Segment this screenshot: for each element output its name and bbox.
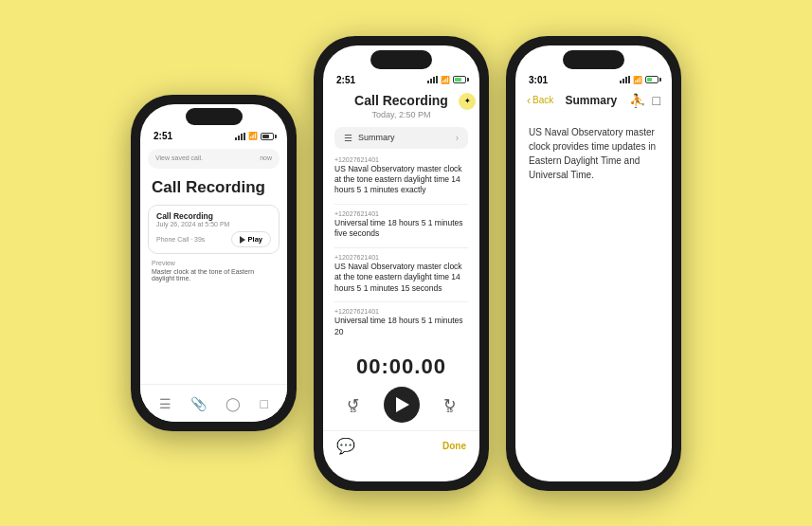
timer-display: 00:00.00 xyxy=(323,345,479,387)
tab-contacts-icon[interactable]: ◯ xyxy=(226,396,241,411)
p2-badge: ✦ xyxy=(459,93,476,110)
phone-2-status-icons: 📶 xyxy=(427,76,466,84)
phone-3: 3:01 📶 ‹ Back Summary xyxy=(506,36,681,491)
chevron-right-icon: › xyxy=(456,133,459,143)
play-triangle-icon xyxy=(240,236,245,244)
play-triangle-icon xyxy=(396,397,409,412)
back-button[interactable]: ‹ Back xyxy=(527,94,553,107)
notification-title: View saved call. xyxy=(155,154,203,161)
transcripts-list: +12027621401 US Naval Observatory master… xyxy=(323,156,479,346)
phone-1-wifi-icon: 📶 xyxy=(248,132,258,140)
notification-time: now xyxy=(260,154,272,161)
play-label: Play xyxy=(248,235,262,244)
phone-2-dynamic-island xyxy=(370,50,432,69)
phone-1-signal-icon xyxy=(235,133,245,140)
divider-3 xyxy=(334,301,468,302)
transcript-block-3: +12027621401 US Naval Observatory master… xyxy=(334,254,468,294)
divider-1 xyxy=(334,204,468,205)
skip-forward-label: 15 xyxy=(446,408,453,413)
p2-bottom-bar: 💬 Done xyxy=(323,430,479,464)
divider-2 xyxy=(334,247,468,248)
card-date: July 26, 2024 at 5:50 PM xyxy=(156,221,271,227)
phone-3-dynamic-island xyxy=(563,50,624,69)
transcript-block-4: +12027621401 Universal time 18 hours 5 1… xyxy=(334,308,468,337)
tab-notes-icon[interactable]: □ xyxy=(260,396,267,411)
preview-text: Master clock at the tone of Eastern dayl… xyxy=(152,268,276,281)
p3-nav-title: Summary xyxy=(566,94,618,107)
transcript-block-1: +12027621401 US Naval Observatory master… xyxy=(334,156,468,196)
p2-badge-icon: ✦ xyxy=(464,97,471,105)
skip-forward-button[interactable]: ↻ 15 xyxy=(437,391,463,418)
summary-content: US Naval Observatory master clock provid… xyxy=(515,114,672,193)
caller-3: +12027621401 xyxy=(334,254,468,261)
back-chevron-icon: ‹ xyxy=(527,94,531,107)
phone-1-status-icons: 📶 xyxy=(235,132,274,140)
preview-label: Preview xyxy=(152,260,276,266)
caller-1: +12027621401 xyxy=(334,156,468,163)
phones-container: 2:51 📶 View saved call. now xyxy=(121,27,691,500)
phone-1-screen: 2:51 📶 View saved call. now xyxy=(140,104,287,422)
tab-recents-icon[interactable]: ☰ xyxy=(159,396,171,411)
phone-3-status-bar: 3:01 📶 xyxy=(515,75,672,89)
card-info: Phone Call · 39s xyxy=(156,236,205,243)
transcript-block-2: +12027621401 Universal time 18 hours 5 1… xyxy=(334,210,468,240)
phone-3-battery-icon xyxy=(645,76,659,83)
bookmark-icon[interactable]: □ xyxy=(653,93,660,108)
phone-3-signal-icon xyxy=(620,76,630,83)
phone-1-battery-icon xyxy=(261,133,274,140)
caller-4: +12027621401 xyxy=(334,308,468,315)
phone-2: 2:51 📶 Call Recording Today, 2:50 PM ✦ xyxy=(314,36,489,491)
play-pause-button[interactable] xyxy=(384,387,420,423)
p2-header: Call Recording Today, 2:50 PM ✦ xyxy=(323,89,479,127)
phone-1-time: 2:51 xyxy=(153,131,172,141)
phone-1: 2:51 📶 View saved call. now xyxy=(131,95,297,431)
phone-2-screen: 2:51 📶 Call Recording Today, 2:50 PM ✦ xyxy=(323,45,479,481)
phone-3-wifi-icon: 📶 xyxy=(633,76,642,84)
phone-2-battery-icon xyxy=(453,76,466,83)
phone-3-status-icons: 📶 xyxy=(620,76,659,84)
phone-2-wifi-icon: 📶 xyxy=(441,76,450,84)
phone-2-signal-icon xyxy=(427,76,438,83)
page-title: Call Recording xyxy=(140,172,287,201)
tab-bar: ☰ 📎 ◯ □ xyxy=(140,384,287,422)
back-label: Back xyxy=(532,95,553,105)
chat-bubble-icon[interactable]: 💬 xyxy=(336,437,355,455)
tab-attachments-icon[interactable]: 📎 xyxy=(190,396,207,411)
p2-subtitle: Today, 2:50 PM xyxy=(338,110,464,119)
phone-1-status-bar: 2:51 📶 xyxy=(140,131,287,145)
phone-3-screen: 3:01 📶 ‹ Back Summary xyxy=(515,45,672,481)
card-row: Phone Call · 39s Play xyxy=(156,231,271,247)
skip-back-button[interactable]: ↺ 15 xyxy=(340,391,367,418)
notification-header: View saved call. now xyxy=(155,154,272,161)
share-icon[interactable]: ⛹️ xyxy=(629,93,645,108)
caller-2: +12027621401 xyxy=(334,210,468,217)
transcript-text-4: Universal time 18 hours 5 1 minutes 20 xyxy=(334,316,468,337)
p3-nav: ‹ Back Summary ⛹️ □ xyxy=(515,89,672,114)
phone-3-time: 3:01 xyxy=(529,75,548,85)
card-title: Call Recording xyxy=(156,211,271,221)
summary-label: Summary xyxy=(358,133,456,142)
p2-title: Call Recording xyxy=(338,93,464,108)
transcript-text-2: Universal time 18 hours 5 1 minutes five… xyxy=(334,218,468,240)
phone-1-dynamic-island xyxy=(186,108,243,125)
playback-controls: ↺ 15 ↻ 15 xyxy=(323,387,479,423)
phone-2-status-bar: 2:51 📶 xyxy=(323,75,479,89)
summary-icon: ☰ xyxy=(344,133,352,143)
transcript-text-3: US Naval Observatory master clock at the… xyxy=(334,262,468,294)
recording-card: Call Recording July 26, 2024 at 5:50 PM … xyxy=(148,205,280,254)
phone-2-time: 2:51 xyxy=(336,75,355,85)
summary-text: US Naval Observatory master clock provid… xyxy=(529,127,656,180)
summary-row[interactable]: ☰ Summary › xyxy=(334,127,468,149)
done-button[interactable]: Done xyxy=(442,441,466,451)
notification-banner[interactable]: View saved call. now xyxy=(148,149,280,169)
skip-back-label: 15 xyxy=(350,408,356,413)
p3-nav-icons: ⛹️ □ xyxy=(629,93,660,108)
play-button[interactable]: Play xyxy=(231,231,271,247)
transcript-text-1: US Naval Observatory master clock at the… xyxy=(334,164,468,196)
